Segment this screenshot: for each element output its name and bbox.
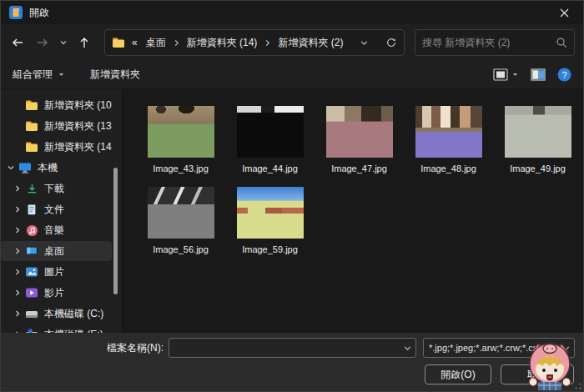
address-dropdown-chevron-icon[interactable] [360,38,369,48]
file-name: Image_49.jpg [510,163,566,173]
file-thumbnail [326,106,393,158]
sidebar-item-local-disk-c[interactable]: 本機磁碟 (C:) [1,304,112,324]
this-pc-icon [18,161,33,174]
preview-pane-icon [531,68,546,81]
new-folder-button[interactable]: 新增資料夾 [90,68,140,82]
breadcrumb-collapsed-button[interactable]: « [130,37,139,48]
sidebar-item-desktop[interactable]: 桌面 [1,241,112,261]
filename-combobox[interactable] [169,338,416,358]
folder-icon [24,119,39,133]
sidebar-item-new-folder-13[interactable]: 新增資料夾 (13) [1,116,112,136]
back-icon[interactable] [6,31,29,54]
desktop-icon [24,244,39,258]
sidebar-item-downloads[interactable]: 下載 [1,178,112,199]
sidebar-item-this-pc[interactable]: 本機 [1,158,112,178]
file-name: Image_56.jpg [153,244,209,254]
file-item[interactable]: Image_47.jpg [315,106,404,173]
file-name: Image_44.jpg [242,163,298,173]
command-toolbar: 組合管理 新增資料夾 ? [1,61,583,89]
file-item[interactable]: Image_49.jpg [493,106,582,173]
refresh-icon[interactable] [385,37,397,48]
expander-placeholder [11,119,24,133]
toolbar-right-group: ? [493,68,571,82]
breadcrumb-folder-icon [112,37,125,48]
sidebar-item-documents[interactable]: 文件 [1,199,112,219]
help-icon: ? [557,68,571,82]
thumbnail-view-icon [493,68,508,82]
file-name: Image_59.jpg [242,244,298,254]
breadcrumb-item-desktop[interactable]: 桌面 [144,36,168,50]
file-item[interactable]: Image_43.jpg [136,106,225,173]
chevron-right-icon[interactable] [11,203,24,216]
pictures-icon [24,265,39,279]
forward-icon[interactable] [31,31,54,54]
disk-icon [24,307,39,320]
expander-placeholder [11,98,24,112]
filename-input[interactable] [174,342,403,354]
file-thumbnail [237,106,304,158]
chevron-down-icon[interactable] [4,161,18,174]
window-title: 開啟 [29,6,49,20]
expander-placeholder [11,140,24,153]
filename-row: 檔案名稱(N): *.jpg;*.jpeg;*.arw;*.crw;*.cr2;… [9,338,575,358]
downloads-icon [24,182,39,195]
change-view-button[interactable] [493,68,519,82]
disk-lock-icon [24,328,39,333]
filetype-value: *.jpg;*.jpeg;*.arw;*.crw;*.cr2;*.c [429,343,561,353]
breadcrumb-item-folder14[interactable]: 新增資料夾 (14) [185,36,259,50]
chevron-down-icon[interactable] [561,344,571,353]
chevron-down-icon [511,71,519,78]
documents-icon [24,203,39,216]
title-bar: 開啟 [1,1,583,24]
sidebar-item-new-folder-10[interactable]: 新增資料夾 (10) [1,95,112,115]
recent-locations-chevron-icon[interactable] [56,31,71,54]
search-box[interactable] [415,29,575,56]
file-grid: Image_43.jpg Image_44.jpg Image_47.jpg I… [123,89,583,254]
filetype-select[interactable]: *.jpg;*.jpeg;*.arw;*.crw;*.cr2;*.c [423,338,575,358]
file-name: Image_47.jpg [331,163,387,173]
file-item[interactable]: Image_59.jpg [225,187,315,254]
file-item[interactable]: Image_56.jpg [136,187,225,254]
breadcrumb-separator-icon [173,39,180,47]
chevron-right-icon[interactable] [11,224,24,237]
sidebar-item-local-disk-e[interactable]: 本機磁碟 (E:) [1,324,112,333]
help-button[interactable]: ? [557,68,571,82]
file-thumbnail [505,106,571,158]
dialog-body: 新增資料夾 (10) 新增資料夾 (13) 新增資料夾 (14) 本機 下載 [1,89,583,333]
open-file-dialog: 開啟 « 桌面 新增資料夾 (14) 新增資料夾 (2) [0,0,584,392]
chevron-right-icon[interactable] [11,265,24,279]
chevron-down-icon[interactable] [403,344,412,353]
chevron-down-icon [58,71,65,78]
filename-label: 檔案名稱(N): [107,341,164,355]
file-item[interactable]: Image_48.jpg [404,106,493,173]
open-button[interactable]: 開啟(O) [425,364,491,384]
dialog-footer: 檔案名稱(N): *.jpg;*.jpeg;*.arw;*.crw;*.cr2;… [1,333,583,391]
preview-pane-button[interactable] [531,68,546,81]
resize-grip[interactable] [573,381,581,389]
sidebar-item-pictures[interactable]: 圖片 [1,262,112,282]
sidebar-item-music[interactable]: 音樂 [1,220,112,240]
sidebar-scrollbar-thumb[interactable] [113,168,118,294]
search-input[interactable] [422,37,551,48]
breadcrumb-item-folder2[interactable]: 新增資料夾 (2) [276,36,345,50]
cancel-button[interactable]: 取消 [501,364,574,384]
chevron-right-icon[interactable] [11,328,24,333]
videos-icon [24,286,39,299]
search-icon[interactable] [556,37,567,48]
sidebar-item-new-folder-14[interactable]: 新增資料夾 (14) [1,137,112,157]
chevron-right-icon[interactable] [11,182,24,195]
file-item[interactable]: Image_44.jpg [225,106,315,173]
chevron-right-icon[interactable] [11,244,24,258]
file-thumbnail [237,187,304,239]
chevron-right-icon[interactable] [11,307,24,320]
file-name: Image_43.jpg [153,163,209,173]
close-icon[interactable] [546,1,583,24]
up-icon[interactable] [73,31,96,54]
file-thumbnail [148,187,214,239]
chevron-right-icon[interactable] [11,286,24,299]
organize-button[interactable]: 組合管理 [13,68,65,82]
address-bar[interactable]: « 桌面 新增資料夾 (14) 新增資料夾 (2) [104,29,405,56]
navigation-bar: « 桌面 新增資料夾 (14) 新增資料夾 (2) [1,24,583,61]
file-name: Image_48.jpg [420,163,476,173]
sidebar-item-videos[interactable]: 影片 [1,283,112,303]
